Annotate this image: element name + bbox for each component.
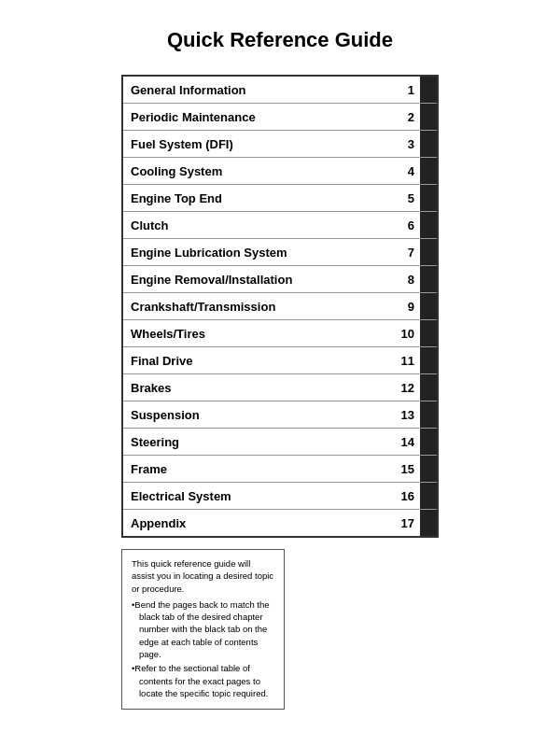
toc-tab-black bbox=[420, 429, 437, 455]
note-box: This quick reference guide will assist y… bbox=[121, 549, 285, 710]
toc-number: 6 bbox=[394, 214, 420, 237]
toc-label: Engine Top End bbox=[123, 187, 394, 210]
toc-tab-black bbox=[420, 158, 437, 184]
toc-label: Crankshaft/Transmission bbox=[123, 295, 394, 318]
toc-row: Cooling System4 bbox=[123, 158, 437, 185]
toc-row: Appendix17 bbox=[123, 510, 437, 536]
toc-label: Wheels/Tires bbox=[123, 322, 394, 345]
toc-row: Fuel System (DFI)3 bbox=[123, 131, 437, 158]
toc-tab-black bbox=[420, 401, 437, 428]
toc-row: General Information1 bbox=[123, 77, 437, 104]
toc-tab-black bbox=[420, 104, 437, 130]
toc-number: 4 bbox=[394, 160, 420, 183]
toc-row: Electrical System16 bbox=[123, 483, 437, 510]
toc-row: Engine Top End5 bbox=[123, 185, 437, 212]
toc-label: Electrical System bbox=[123, 485, 394, 508]
toc-row: Steering14 bbox=[123, 429, 437, 456]
toc-number: 17 bbox=[394, 512, 420, 535]
toc-label: Appendix bbox=[123, 512, 394, 535]
toc-number: 11 bbox=[394, 349, 420, 373]
toc-label: Suspension bbox=[123, 403, 394, 427]
toc-number: 3 bbox=[394, 133, 420, 156]
toc-label: General Information bbox=[123, 78, 394, 102]
toc-tab-black bbox=[420, 347, 437, 373]
toc-number: 13 bbox=[394, 403, 420, 427]
note-text-first: This quick reference guide will assist y… bbox=[132, 557, 274, 595]
toc-label: Final Drive bbox=[123, 349, 394, 373]
toc-row: Suspension13 bbox=[123, 401, 437, 429]
toc-tab-black bbox=[420, 510, 437, 536]
toc-label: Fuel System (DFI) bbox=[123, 133, 394, 156]
toc-tab-black bbox=[420, 212, 437, 238]
toc-label: Engine Removal/Installation bbox=[123, 268, 394, 291]
toc-number: 16 bbox=[394, 485, 420, 508]
toc-tab-black bbox=[420, 483, 437, 509]
toc-tab-black bbox=[420, 239, 437, 265]
toc-row: Engine Lubrication System7 bbox=[123, 239, 437, 266]
toc-table: General Information1Periodic Maintenance… bbox=[121, 75, 439, 538]
toc-row: Final Drive11 bbox=[123, 347, 437, 374]
toc-number: 8 bbox=[394, 268, 420, 291]
toc-number: 10 bbox=[394, 322, 420, 345]
toc-tab-black bbox=[420, 131, 437, 157]
toc-number: 12 bbox=[394, 376, 420, 400]
toc-tab-black bbox=[420, 293, 437, 319]
toc-label: Frame bbox=[123, 457, 394, 481]
toc-label: Steering bbox=[123, 430, 394, 454]
toc-tab-black bbox=[420, 77, 437, 103]
toc-number: 5 bbox=[394, 187, 420, 210]
toc-label: Cooling System bbox=[123, 160, 394, 183]
bottom-section: This quick reference guide will assist y… bbox=[121, 549, 439, 710]
toc-label: Clutch bbox=[123, 214, 394, 237]
toc-label: Brakes bbox=[123, 376, 394, 400]
page-title: Quick Reference Guide bbox=[167, 28, 393, 52]
toc-tab-black bbox=[420, 374, 437, 401]
toc-row: Wheels/Tires10 bbox=[123, 320, 437, 347]
toc-row: Periodic Maintenance2 bbox=[123, 104, 437, 131]
toc-number: 9 bbox=[394, 295, 420, 318]
toc-number: 7 bbox=[394, 241, 420, 264]
note-bullet-2: •Refer to the sectional table of content… bbox=[132, 662, 274, 699]
toc-tab-black bbox=[420, 320, 437, 346]
toc-label: Periodic Maintenance bbox=[123, 106, 394, 129]
toc-number: 14 bbox=[394, 430, 420, 454]
note-bullet-1: •Bend the pages back to match the black … bbox=[132, 598, 274, 660]
toc-row: Clutch6 bbox=[123, 212, 437, 239]
toc-row: Brakes12 bbox=[123, 374, 437, 401]
toc-number: 1 bbox=[394, 78, 420, 102]
toc-row: Crankshaft/Transmission9 bbox=[123, 293, 437, 320]
toc-row: Engine Removal/Installation8 bbox=[123, 266, 437, 293]
toc-number: 2 bbox=[394, 106, 420, 129]
toc-tab-black bbox=[420, 266, 437, 292]
toc-label: Engine Lubrication System bbox=[123, 241, 394, 264]
toc-tab-black bbox=[420, 456, 437, 482]
toc-row: Frame15 bbox=[123, 456, 437, 483]
toc-number: 15 bbox=[394, 457, 420, 481]
toc-tab-black bbox=[420, 185, 437, 211]
